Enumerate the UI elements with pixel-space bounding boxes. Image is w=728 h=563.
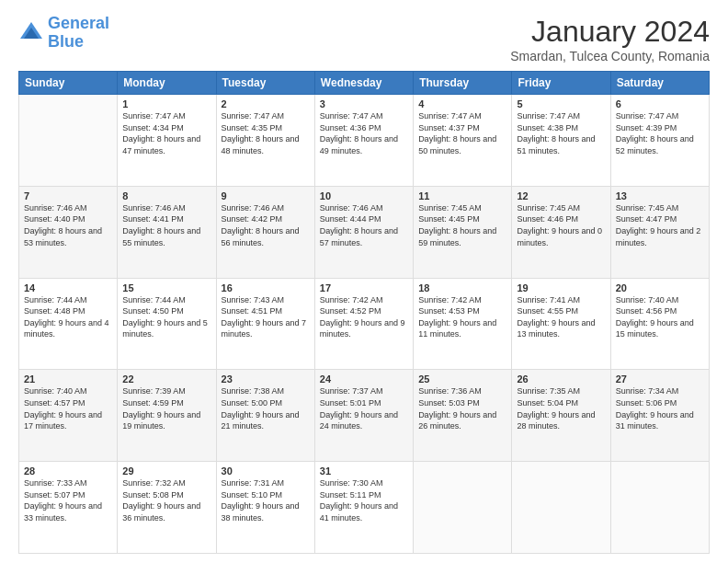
weekday-header-thursday: Thursday (414, 72, 512, 95)
logo-blue: Blue (48, 32, 84, 51)
day-info: Sunrise: 7:35 AMSunset: 5:04 PMDaylight:… (517, 385, 605, 431)
day-number: 18 (418, 282, 506, 293)
day-number: 14 (24, 282, 112, 293)
day-number: 1 (122, 98, 210, 109)
day-info: Sunrise: 7:46 AMSunset: 4:44 PMDaylight:… (320, 202, 408, 248)
day-number: 19 (517, 282, 605, 293)
calendar-cell: 23Sunrise: 7:38 AMSunset: 5:00 PMDayligh… (216, 370, 314, 462)
day-info: Sunrise: 7:44 AMSunset: 4:48 PMDaylight:… (24, 294, 112, 340)
day-number: 28 (24, 465, 112, 477)
day-number: 3 (320, 98, 408, 109)
week-row-2: 7Sunrise: 7:46 AMSunset: 4:40 PMDaylight… (19, 186, 710, 278)
calendar-cell: 3Sunrise: 7:47 AMSunset: 4:36 PMDaylight… (314, 95, 413, 187)
logo-general: General (48, 14, 109, 32)
calendar-cell: 27Sunrise: 7:34 AMSunset: 5:06 PMDayligh… (610, 370, 709, 462)
day-number: 15 (122, 282, 210, 293)
calendar-cell (414, 462, 512, 554)
weekday-header-saturday: Saturday (610, 72, 709, 95)
day-info: Sunrise: 7:40 AMSunset: 4:56 PMDaylight:… (616, 294, 704, 340)
calendar-cell: 13Sunrise: 7:45 AMSunset: 4:47 PMDayligh… (610, 186, 709, 278)
day-number: 30 (222, 465, 310, 477)
logo-text: General Blue (48, 15, 109, 52)
day-number: 23 (222, 373, 310, 385)
day-number: 31 (320, 465, 408, 477)
logo-icon (18, 20, 44, 46)
calendar-cell: 6Sunrise: 7:47 AMSunset: 4:39 PMDaylight… (610, 95, 709, 187)
day-info: Sunrise: 7:31 AMSunset: 5:10 PMDaylight:… (222, 477, 310, 523)
calendar-cell: 19Sunrise: 7:41 AMSunset: 4:55 PMDayligh… (512, 278, 610, 370)
day-number: 13 (616, 190, 704, 201)
calendar-cell (19, 95, 118, 187)
calendar-cell: 31Sunrise: 7:30 AMSunset: 5:11 PMDayligh… (314, 462, 413, 554)
weekday-header-row: SundayMondayTuesdayWednesdayThursdayFrid… (19, 72, 710, 95)
day-info: Sunrise: 7:46 AMSunset: 4:41 PMDaylight:… (122, 202, 210, 248)
day-number: 2 (222, 98, 310, 109)
calendar-cell: 18Sunrise: 7:42 AMSunset: 4:53 PMDayligh… (414, 278, 512, 370)
day-info: Sunrise: 7:46 AMSunset: 4:40 PMDaylight:… (24, 202, 112, 248)
weekday-header-tuesday: Tuesday (216, 72, 314, 95)
title-section: January 2024 Smardan, Tulcea County, Rom… (510, 15, 710, 63)
day-number: 29 (122, 465, 210, 477)
day-info: Sunrise: 7:34 AMSunset: 5:06 PMDaylight:… (616, 385, 704, 431)
calendar-cell: 26Sunrise: 7:35 AMSunset: 5:04 PMDayligh… (512, 370, 610, 462)
calendar-cell: 17Sunrise: 7:42 AMSunset: 4:52 PMDayligh… (314, 278, 413, 370)
day-number: 12 (517, 190, 605, 201)
day-info: Sunrise: 7:45 AMSunset: 4:47 PMDaylight:… (616, 202, 704, 248)
month-title: January 2024 (510, 15, 710, 49)
header: General Blue January 2024 Smardan, Tulce… (18, 15, 710, 63)
day-info: Sunrise: 7:44 AMSunset: 4:50 PMDaylight:… (122, 294, 210, 340)
calendar-cell: 8Sunrise: 7:46 AMSunset: 4:41 PMDaylight… (118, 186, 216, 278)
calendar-cell: 4Sunrise: 7:47 AMSunset: 4:37 PMDaylight… (414, 95, 512, 187)
calendar-cell: 5Sunrise: 7:47 AMSunset: 4:38 PMDaylight… (512, 95, 610, 187)
calendar-cell: 14Sunrise: 7:44 AMSunset: 4:48 PMDayligh… (19, 278, 118, 370)
day-number: 20 (616, 282, 704, 293)
calendar-cell: 21Sunrise: 7:40 AMSunset: 4:57 PMDayligh… (19, 370, 118, 462)
day-info: Sunrise: 7:30 AMSunset: 5:11 PMDaylight:… (320, 477, 408, 523)
location: Smardan, Tulcea County, Romania (510, 49, 710, 63)
day-info: Sunrise: 7:47 AMSunset: 4:38 PMDaylight:… (517, 110, 605, 156)
calendar-cell: 2Sunrise: 7:47 AMSunset: 4:35 PMDaylight… (216, 95, 314, 187)
day-number: 10 (320, 190, 408, 201)
day-info: Sunrise: 7:47 AMSunset: 4:37 PMDaylight:… (418, 110, 506, 156)
day-info: Sunrise: 7:47 AMSunset: 4:39 PMDaylight:… (616, 110, 704, 156)
day-info: Sunrise: 7:38 AMSunset: 5:00 PMDaylight:… (222, 385, 310, 431)
weekday-header-wednesday: Wednesday (314, 72, 413, 95)
day-info: Sunrise: 7:41 AMSunset: 4:55 PMDaylight:… (517, 294, 605, 340)
weekday-header-sunday: Sunday (19, 72, 118, 95)
calendar-cell: 9Sunrise: 7:46 AMSunset: 4:42 PMDaylight… (216, 186, 314, 278)
calendar-cell: 24Sunrise: 7:37 AMSunset: 5:01 PMDayligh… (314, 370, 413, 462)
day-number: 26 (517, 373, 605, 385)
calendar-cell: 11Sunrise: 7:45 AMSunset: 4:45 PMDayligh… (414, 186, 512, 278)
calendar-cell (610, 462, 709, 554)
calendar-cell: 28Sunrise: 7:33 AMSunset: 5:07 PMDayligh… (19, 462, 118, 554)
calendar-cell: 22Sunrise: 7:39 AMSunset: 4:59 PMDayligh… (118, 370, 216, 462)
day-info: Sunrise: 7:45 AMSunset: 4:45 PMDaylight:… (418, 202, 506, 248)
week-row-1: 1Sunrise: 7:47 AMSunset: 4:34 PMDaylight… (19, 95, 710, 187)
day-number: 24 (320, 373, 408, 385)
day-info: Sunrise: 7:33 AMSunset: 5:07 PMDaylight:… (24, 477, 112, 523)
day-info: Sunrise: 7:39 AMSunset: 4:59 PMDaylight:… (122, 385, 210, 431)
week-row-5: 28Sunrise: 7:33 AMSunset: 5:07 PMDayligh… (19, 462, 710, 554)
day-number: 25 (418, 373, 506, 385)
calendar-cell (512, 462, 610, 554)
day-number: 7 (24, 190, 112, 201)
week-row-4: 21Sunrise: 7:40 AMSunset: 4:57 PMDayligh… (19, 370, 710, 462)
day-info: Sunrise: 7:45 AMSunset: 4:46 PMDaylight:… (517, 202, 605, 248)
day-number: 5 (517, 98, 605, 109)
day-info: Sunrise: 7:47 AMSunset: 4:34 PMDaylight:… (122, 110, 210, 156)
calendar-cell: 7Sunrise: 7:46 AMSunset: 4:40 PMDaylight… (19, 186, 118, 278)
day-info: Sunrise: 7:43 AMSunset: 4:51 PMDaylight:… (222, 294, 310, 340)
calendar-cell: 15Sunrise: 7:44 AMSunset: 4:50 PMDayligh… (118, 278, 216, 370)
weekday-header-monday: Monday (118, 72, 216, 95)
day-info: Sunrise: 7:47 AMSunset: 4:36 PMDaylight:… (320, 110, 408, 156)
calendar-table: SundayMondayTuesdayWednesdayThursdayFrid… (18, 71, 710, 554)
day-number: 16 (222, 282, 310, 293)
day-number: 21 (24, 373, 112, 385)
calendar-cell: 25Sunrise: 7:36 AMSunset: 5:03 PMDayligh… (414, 370, 512, 462)
day-number: 17 (320, 282, 408, 293)
day-number: 22 (122, 373, 210, 385)
day-number: 11 (418, 190, 506, 201)
day-info: Sunrise: 7:40 AMSunset: 4:57 PMDaylight:… (24, 385, 112, 431)
day-number: 8 (122, 190, 210, 201)
day-number: 9 (222, 190, 310, 201)
